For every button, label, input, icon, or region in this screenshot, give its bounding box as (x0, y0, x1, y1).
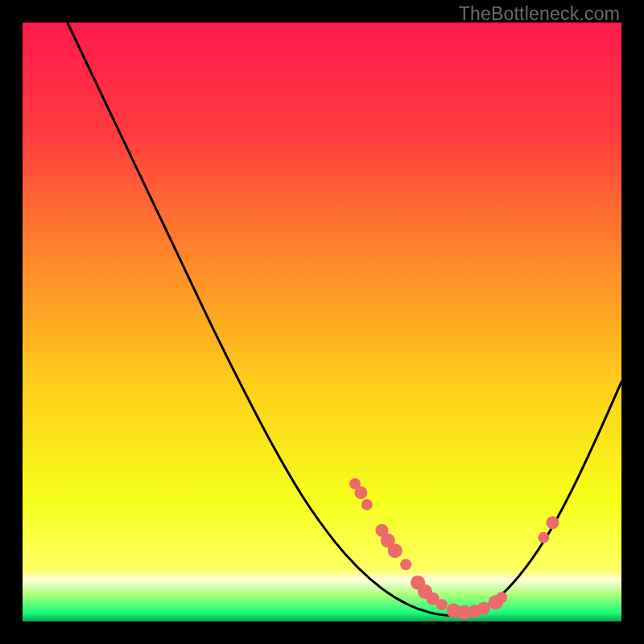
watermark-text: TheBottleneck.com (459, 3, 620, 25)
data-marker (496, 592, 507, 603)
data-marker (436, 599, 448, 610)
data-marker (361, 499, 373, 510)
data-marker (477, 602, 490, 615)
data-marker (546, 516, 559, 529)
data-marker (388, 543, 402, 558)
gradient-background (23, 23, 621, 621)
data-marker (400, 559, 411, 570)
chart-frame (23, 23, 621, 621)
data-marker (538, 532, 549, 543)
bottleneck-curve-chart (23, 23, 621, 621)
data-marker (354, 486, 367, 499)
